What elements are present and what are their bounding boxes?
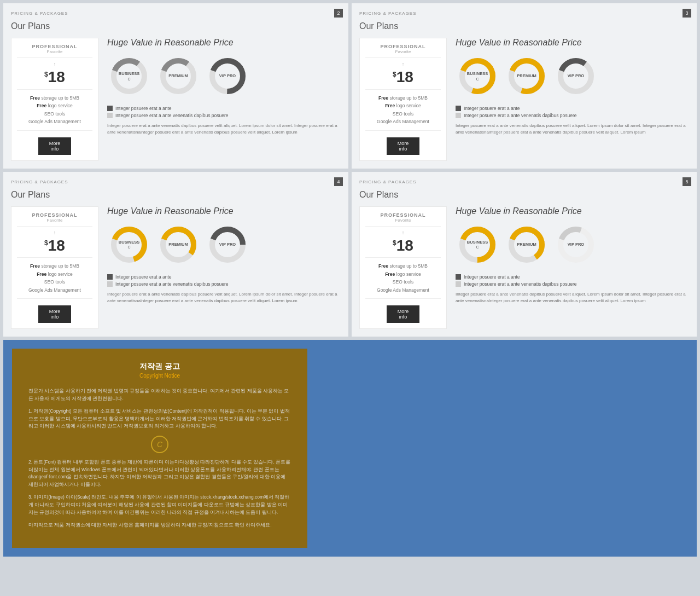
legend-item-2: Integer posuere erat a ante venenatis da… — [115, 113, 229, 118]
panel-4-header: PRICING & PACKAGES — [359, 180, 689, 184]
copyright-inner: 저작권 공고 Copyright Notice 전문가 시스템을 사용하기 전에… — [12, 349, 307, 548]
right-section-3: Huge Value in Reasonable Price BUSINESSC — [107, 206, 341, 329]
panel-3-header: PRICING & PACKAGES — [11, 180, 341, 184]
body-text-2: Integer posuere erat a ante venenatis da… — [456, 123, 689, 136]
legend-4: Integer posuere erat a ante Integer posu… — [456, 274, 689, 287]
legend-3-item-2: Integer posuere erat a ante venenatis da… — [115, 281, 229, 287]
legend-4-item-2: Integer posuere erat a ante venenatis da… — [464, 281, 577, 287]
more-info-btn-1[interactable]: Moreinfo — [38, 137, 72, 155]
copyright-body-1: 전문가 시스템을 사용하기 전에 저작권 법령과 규정들을 이해하는 것이 중요… — [28, 387, 291, 402]
chart-vip-2: VIP PRO — [554, 54, 598, 98]
plan-features-4: Free storage up to 5MB Free logo service… — [365, 262, 441, 294]
plan-price: $18 — [17, 69, 92, 86]
panel-1: PRICING & PACKAGES 2 Our Plans PROFESSIO… — [3, 3, 348, 169]
pricing-card-4: PROFESSIONAL Favorite ↑ $18 Free storage… — [359, 206, 447, 329]
panel-3-our-plans: Our Plans — [11, 190, 341, 200]
charts-row-1: BUSINESSC PREMIUM — [107, 54, 341, 98]
copyright-section: 저작권 공고 Copyright Notice 전문가 시스템을 사용하기 전에… — [3, 340, 697, 557]
panel-1-header: PRICING & PACKAGES — [11, 11, 341, 16]
plan-features-2: Free storage up to 5MB Free logo service… — [365, 94, 441, 126]
legend-2-item-1: Integer posuere erat a ante — [464, 106, 520, 111]
panel-3-number: 4 — [334, 177, 343, 186]
chart-premium-2: PREMIUM — [505, 54, 549, 98]
plan-name-4: PROFESSIONAL — [365, 212, 441, 218]
body-text-1: Integer posuere erat a ante venenatis da… — [107, 123, 341, 136]
panel-2: PRICING & PACKAGES 3 Our Plans PROFESSIO… — [352, 3, 697, 169]
right-section-4: Huge Value in Reasonable Price BUSINESSC — [456, 206, 689, 329]
chart-vip-3: VIP PRO — [206, 223, 249, 267]
legend-2-item-2: Integer posuere erat a ante venenatis da… — [464, 113, 577, 118]
panel-4-number: 5 — [682, 177, 691, 186]
more-info-btn-2[interactable]: Moreinfo — [387, 137, 420, 155]
more-info-btn-4[interactable]: Moreinfo — [387, 305, 420, 323]
pricing-card-1: PROFESSIONAL Favorite ↑ $18 Free storage… — [11, 38, 98, 161]
plan-price-row-4: ↑ — [365, 230, 441, 235]
right-section-1: Huge Value in Reasonable Price BUSINESSC — [107, 38, 341, 161]
panel-2-number: 3 — [682, 9, 691, 18]
section-title-3: Huge Value in Reasonable Price — [107, 206, 341, 216]
plan-sub: Favorite — [17, 49, 92, 54]
plan-name: PROFESSIONAL — [17, 44, 92, 49]
plan-features: Free storage up to 5MB Free logo service… — [17, 94, 92, 126]
chart-vip-4: VIP PRO — [554, 223, 598, 267]
body-text-4: Integer posuere erat a ante venenatis da… — [456, 291, 689, 304]
charts-row-3: BUSINESSC PREMIUM — [107, 223, 341, 267]
plan-price-2: $18 — [365, 69, 441, 86]
copyright-body-4: 3. 이미지(Image) 아이(Scale) 라인도, 내용 추후에 이 유형… — [28, 494, 291, 516]
copyright-body-5: 마지막으로 제품 저작권소에 대한 자세한 사항은 홈페이지를 방문하여 자세한… — [28, 522, 291, 529]
legend-3: Integer posuere erat a ante Integer posu… — [107, 274, 341, 287]
legend-3-item-1: Integer posuere erat a ante — [115, 274, 172, 280]
section-title-2: Huge Value in Reasonable Price — [456, 38, 689, 48]
plan-price-3: $18 — [17, 238, 92, 254]
plan-price-row-2: ↑ — [365, 61, 441, 67]
section-title-1: Huge Value in Reasonable Price — [107, 38, 341, 48]
section-title-4: Huge Value in Reasonable Price — [456, 206, 689, 216]
panel-1-our-plans: Our Plans — [11, 21, 341, 31]
plan-sub-4: Favorite — [365, 218, 441, 223]
plan-name-3: PROFESSIONAL — [17, 212, 92, 218]
legend-4-item-1: Integer posuere erat a ante — [464, 274, 520, 280]
copyright-title-kr: 저작권 공고 — [28, 362, 291, 372]
copyright-title-en: Copyright Notice — [28, 373, 291, 379]
plan-features-3: Free storage up to 5MB Free logo service… — [17, 262, 92, 294]
panel-1-number: 2 — [334, 9, 343, 18]
legend-2: Integer posuere erat a ante Integer posu… — [456, 106, 689, 118]
panel-2-header: PRICING & PACKAGES — [359, 11, 689, 16]
plan-price-4: $18 — [365, 238, 441, 254]
body-text-3: Integer posuere erat a ante venenatis da… — [107, 291, 341, 304]
chart-business-2: BUSINESSC — [456, 54, 499, 98]
charts-row-4: BUSINESSC PREMIUM — [456, 223, 689, 267]
chart-premium-3: PREMIUM — [156, 223, 200, 267]
chart-business-1: BUSINESSC — [107, 54, 151, 98]
plan-sub-3: Favorite — [17, 218, 92, 223]
logo-circle-icon: C — [151, 436, 168, 453]
panel-4-our-plans: Our Plans — [359, 190, 689, 200]
panel-3-content: PROFESSIONAL Favorite ↑ $18 Free storage… — [11, 206, 341, 329]
panel-4-content: PROFESSIONAL Favorite ↑ $18 Free storage… — [359, 206, 689, 329]
plan-price-row: ↑ — [17, 61, 92, 67]
panel-1-content: PROFESSIONAL Favorite ↑ $18 Free storage… — [11, 38, 341, 161]
legend-1: Integer posuere erat a ante Integer posu… — [107, 106, 341, 118]
panel-2-our-plans: Our Plans — [359, 21, 689, 31]
panel-4: PRICING & PACKAGES 5 Our Plans PROFESSIO… — [352, 172, 697, 337]
plan-name-2: PROFESSIONAL — [365, 44, 441, 49]
pricing-card-3: PROFESSIONAL Favorite ↑ $18 Free storage… — [11, 206, 98, 329]
pricing-card-2: PROFESSIONAL Favorite ↑ $18 Free storage… — [359, 38, 447, 161]
chart-vip-1: VIP PRO — [206, 54, 249, 98]
copyright-logo: C — [28, 436, 291, 453]
copyright-body-2: 1. 저작권(Copyright) 모든 컴퓨터 소프트 및 서비스는 관련성의… — [28, 408, 291, 430]
panel-3: PRICING & PACKAGES 4 Our Plans PROFESSIO… — [3, 172, 348, 337]
plan-sub-2: Favorite — [365, 49, 441, 54]
legend-item-1: Integer posuere erat a ante — [115, 106, 172, 111]
panels-grid: PRICING & PACKAGES 2 Our Plans PROFESSIO… — [0, 0, 700, 340]
plan-price-row-3: ↑ — [17, 230, 92, 235]
more-info-btn-3[interactable]: Moreinfo — [38, 305, 72, 323]
chart-business-3: BUSINESSC — [107, 223, 151, 267]
chart-business-4: BUSINESSC — [456, 223, 499, 267]
chart-premium-4: PREMIUM — [505, 223, 549, 267]
charts-row-2: BUSINESSC PREMIUM — [456, 54, 689, 98]
panel-2-content: PROFESSIONAL Favorite ↑ $18 Free storage… — [359, 38, 689, 161]
right-section-2: Huge Value in Reasonable Price BUSINESSC — [456, 38, 689, 161]
chart-premium-1: PREMIUM — [156, 54, 200, 98]
copyright-body-3: 2. 폰트(Font) 컴퓨터 내부 포함된 폰트 종류는 제반에 따른이며 이… — [28, 459, 291, 488]
